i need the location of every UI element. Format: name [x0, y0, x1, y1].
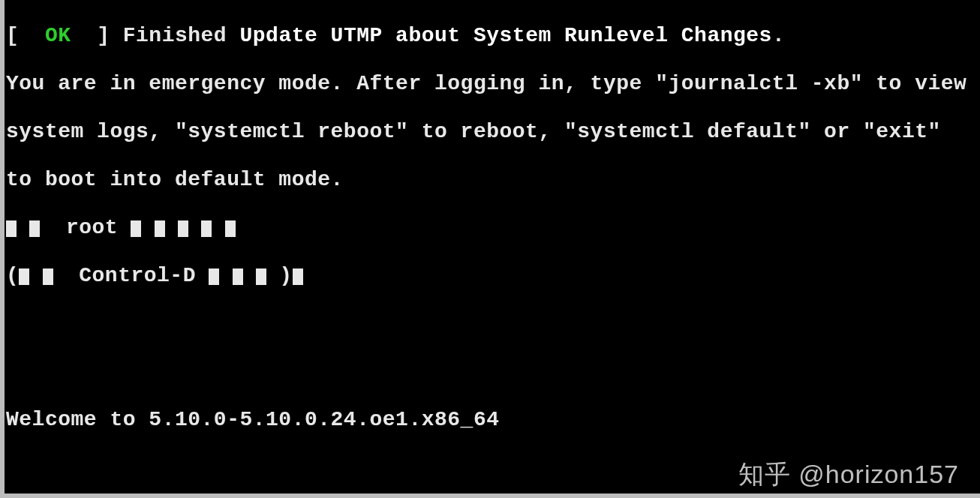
block-icon [43, 268, 53, 285]
block-icon [233, 268, 243, 285]
watermark-handle: @horizon157 [798, 460, 959, 488]
finished-suffix: . [772, 24, 785, 47]
block-icon [209, 268, 219, 285]
block-icon [19, 268, 29, 285]
ok-status: OK [45, 24, 71, 47]
root-label: root [66, 216, 118, 239]
emergency-msg-2: system logs, "systemctl reboot" to reboo… [6, 120, 974, 144]
window-left-border [0, 0, 5, 498]
window-bottom-border [0, 494, 980, 498]
block-icon [225, 220, 236, 237]
ok-bracket-right: ] [71, 24, 123, 47]
block-icon [293, 268, 303, 285]
welcome-line: Welcome to 5.10.0-5.10.0.24.oe1.x86_64 [6, 408, 974, 432]
watermark: 知乎 @horizon157 [738, 462, 959, 486]
finished-prefix: Finished [123, 24, 240, 47]
block-icon [6, 220, 17, 237]
emergency-msg-1: You are in emergency mode. After logging… [6, 72, 974, 96]
blank-line [6, 360, 974, 384]
root-prompt-line: root [6, 216, 974, 240]
block-icon [155, 220, 165, 237]
blank-line [6, 312, 974, 336]
block-icon [29, 220, 40, 237]
watermark-zh: 知乎 [738, 460, 791, 488]
control-d-line: ( Control-D ) [6, 264, 974, 288]
control-d-label: Control-D [79, 264, 196, 287]
boot-status-line: [ OK ] Finished Update UTMP about System… [6, 24, 974, 48]
block-icon [201, 220, 212, 237]
terminal-output: [ OK ] Finished Update UTMP about System… [0, 0, 980, 498]
emergency-msg-3: to boot into default mode. [6, 168, 974, 192]
block-icon [256, 268, 266, 285]
block-icon [178, 220, 188, 237]
ok-bracket-left: [ [6, 24, 45, 47]
block-icon [131, 220, 141, 237]
finished-service-name: Update UTMP about System Runlevel Change… [239, 24, 771, 47]
